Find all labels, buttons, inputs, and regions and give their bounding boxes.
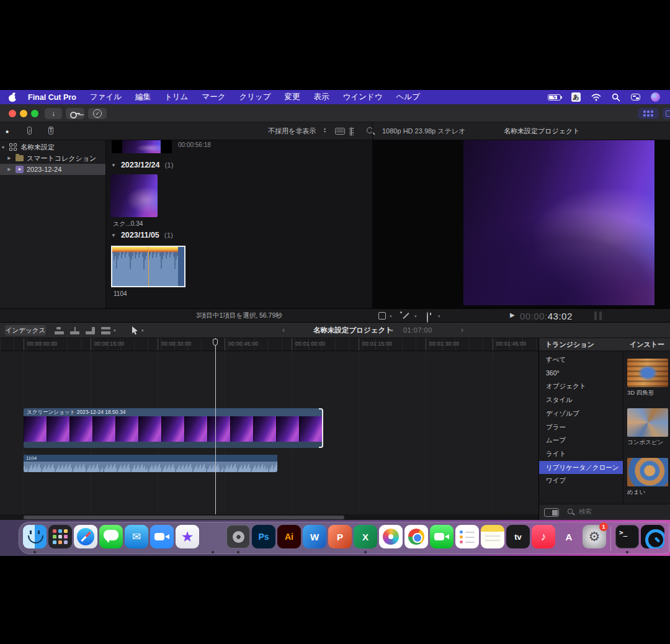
battery-icon[interactable]: ϟ (548, 94, 561, 101)
music-icon[interactable]: ♪ (532, 525, 555, 548)
chevron-down-icon[interactable]: ▾ (438, 314, 440, 319)
dock-item-excel[interactable]: X (354, 525, 377, 554)
index-button[interactable]: インデックス (5, 325, 46, 336)
transition-category-6[interactable]: ムーブ (539, 434, 623, 447)
transition-thumbnail[interactable] (627, 408, 668, 437)
menu-app-name[interactable]: Final Cut Pro (28, 93, 76, 102)
timeline-forward-button[interactable]: › (461, 326, 463, 334)
insert-edit-button[interactable] (70, 327, 79, 334)
disclosure-triangle[interactable]: ▶ (6, 156, 12, 161)
dock-item-chrome[interactable] (404, 525, 428, 554)
dock-item-photos[interactable] (379, 525, 403, 554)
word-icon[interactable]: W (303, 525, 326, 548)
appletv-icon[interactable]: tv (506, 525, 530, 548)
transition-category-4[interactable]: ディゾルブ (539, 407, 623, 420)
transition-category-1[interactable]: 360° (539, 367, 623, 380)
dock-item-messages[interactable] (99, 525, 123, 554)
dock-item-mail[interactable]: ✉ (125, 525, 148, 554)
dock-item-dvd-player[interactable] (226, 525, 250, 554)
transition-item[interactable]: 3D 四角形 (627, 359, 668, 397)
dock-item-imovie[interactable]: ★ (176, 525, 199, 554)
append-edit-button[interactable] (86, 327, 95, 334)
photoshop-icon[interactable]: Ps (252, 525, 275, 548)
pointer-tool-button[interactable] (132, 326, 138, 335)
terminal-icon[interactable]: >_ (615, 525, 639, 548)
dock-item-facetime[interactable] (430, 525, 453, 554)
close-window-button[interactable] (9, 110, 16, 117)
dock-item-quicktime[interactable] (641, 525, 664, 554)
minimize-window-button[interactable] (20, 110, 27, 117)
control-center-icon[interactable] (631, 94, 640, 101)
menu-item-4[interactable]: クリップ (239, 92, 270, 102)
inspector-button[interactable] (663, 108, 670, 119)
retime-button[interactable] (427, 311, 428, 323)
dock-item-word[interactable]: W (303, 525, 326, 554)
chrome-icon[interactable] (404, 525, 428, 548)
transition-category-8[interactable]: リプリケータ／クローン (539, 461, 623, 474)
transition-thumbnail[interactable] (627, 359, 668, 387)
messages-icon[interactable] (99, 525, 123, 548)
dock-item-reminders[interactable] (455, 525, 479, 554)
final-cut-pro-icon[interactable] (201, 525, 225, 548)
menu-item-7[interactable]: ウインドウ (343, 92, 383, 102)
app-store-icon[interactable]: A (557, 525, 581, 548)
connect-edit-button[interactable] (55, 327, 64, 334)
transition-category-9[interactable]: ワイプ (539, 474, 623, 487)
dvd-player-icon[interactable] (226, 525, 250, 548)
dock-item-terminal[interactable]: >_ (615, 525, 639, 554)
chevron-down-icon[interactable]: ▾ (141, 328, 144, 333)
media-browser-toggle-button[interactable] (544, 508, 559, 517)
dock-item-photoshop[interactable]: Ps (252, 525, 275, 554)
menu-item-8[interactable]: ヘルプ (396, 92, 420, 102)
disclosure-triangle[interactable]: ▶ (6, 167, 12, 172)
transition-category-2[interactable]: オブジェクト (539, 380, 623, 393)
dock-item-final-cut-pro[interactable] (201, 525, 225, 554)
hide-rejected-filter[interactable]: 不採用を非表示 (268, 127, 316, 136)
launchpad-icon[interactable] (48, 525, 72, 548)
menu-item-6[interactable]: 表示 (314, 92, 329, 102)
browser-section-header[interactable]: ▼ 2023/11/05 (1) (111, 231, 173, 239)
trim-handle[interactable] (319, 408, 323, 448)
transition-category-3[interactable]: スタイル (539, 393, 623, 406)
powerpoint-icon[interactable]: P (328, 525, 352, 548)
dock-item-powerpoint[interactable]: P (328, 525, 352, 554)
disclosure-triangle[interactable]: ▼ (111, 163, 116, 168)
dock-item-zoom[interactable] (150, 525, 174, 554)
illustrator-icon[interactable]: Ai (277, 525, 301, 548)
dock-item-settings[interactable]: ⚙1 (583, 525, 606, 554)
timeline-project-name[interactable]: 名称未設定プロジェクト (313, 326, 393, 335)
transition-category-7[interactable]: ライト (539, 447, 623, 460)
timeline-ruler[interactable]: 00:00:00:0000:00:15:0000:00:30:0000:00:4… (0, 338, 538, 351)
imovie-icon[interactable]: ★ (176, 525, 199, 548)
timeline-video-clip[interactable]: スクリーンショット 2023-12-24 18.50.34 (24, 408, 323, 448)
siri-icon[interactable] (651, 92, 660, 102)
dock-item-illustrator[interactable]: Ai (277, 525, 301, 554)
audio-meter-bar[interactable] (599, 311, 602, 320)
dock-item-launchpad[interactable] (48, 525, 72, 554)
video-clip-thumbnail[interactable] (110, 174, 158, 217)
sidebar-item-library[interactable]: ▼ 名称未設定 (0, 141, 105, 153)
wifi-icon[interactable] (591, 93, 601, 101)
play-button[interactable]: ▶ (510, 311, 515, 318)
menu-item-3[interactable]: マーク (202, 92, 225, 102)
playhead-handle[interactable] (213, 339, 218, 346)
transform-crop-button[interactable] (378, 312, 386, 320)
menu-item-5[interactable]: 変更 (285, 92, 300, 102)
timeline-audio-clip[interactable]: 1104 (24, 455, 277, 472)
scrollbar-thumb[interactable] (24, 516, 344, 519)
sidebar-item-event[interactable]: ▶ ★ 2023-12-24 (0, 164, 105, 175)
browser-section-header[interactable]: ▼ 2023/12/24 (1) (111, 161, 174, 169)
transition-category-5[interactable]: ブラー (539, 421, 623, 434)
dock-item-music[interactable]: ♪ (532, 525, 555, 554)
transition-item[interactable]: めまい (627, 458, 668, 496)
zoom-icon[interactable] (150, 525, 174, 548)
filmstrip-view-button[interactable] (351, 127, 352, 136)
chevron-down-icon[interactable]: ▾ (114, 328, 116, 333)
transition-search-field[interactable]: 検索 (566, 508, 592, 516)
viewer-project-name[interactable]: 名称未設定プロジェクト (504, 127, 580, 136)
transition-category-0[interactable]: すべて (539, 353, 623, 366)
audio-clip-thumbnail[interactable] (111, 246, 185, 287)
media-import-button[interactable]: ↓ (45, 108, 62, 119)
chevron-down-icon[interactable]: ▾ (391, 328, 393, 333)
transition-thumbnail[interactable] (627, 458, 668, 486)
